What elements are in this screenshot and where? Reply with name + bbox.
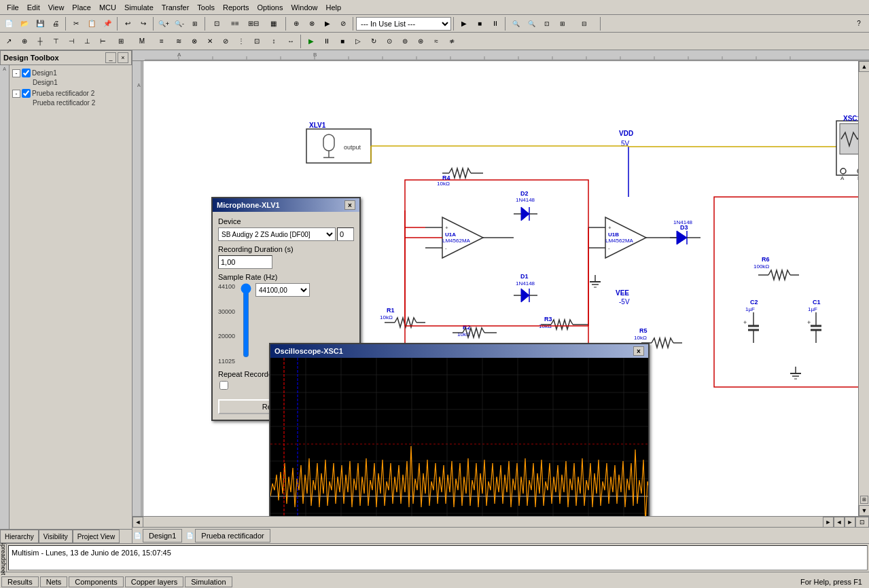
tool-btn1[interactable]: ⊞ [860,496,868,504]
menu-reports[interactable]: Reports [219,2,253,13]
zoom-percent[interactable]: 🔍 [508,16,523,31]
comp-btn7[interactable]: ⊢ [95,34,110,49]
dialog-close-button[interactable]: × [344,200,355,210]
tb-pause[interactable]: ⏸ [488,16,503,31]
horizontal-scrollbar[interactable]: ◄ ► ◄ ► ⊡ [132,516,869,527]
zoom-full[interactable]: ⊡ [539,16,554,31]
tree-item-design1-child[interactable]: Design1 [23,78,129,87]
sim-btn2[interactable]: ⊙ [382,34,397,49]
tab-project-view[interactable]: Project View [73,530,120,543]
expand-canvas-button[interactable]: ⊡ [855,517,869,528]
open-button[interactable]: 📂 [17,16,32,31]
results-tab[interactable]: Results [1,576,39,587]
tree-item-design1-root[interactable]: - Design1 [12,68,129,78]
menu-transfer[interactable]: Transfer [158,2,194,13]
save-button[interactable]: 💾 [33,16,48,31]
expand-prueba[interactable]: - [12,90,20,98]
expand-design1[interactable]: - [12,69,20,77]
comp-btn5[interactable]: ⊣ [64,34,79,49]
sim-tab-design1[interactable]: Design1 [143,529,182,543]
copper-layers-tab[interactable]: Copper layers [125,576,183,587]
zoom-region[interactable]: ⊞ [555,16,570,31]
undo-button[interactable]: ↩ [120,16,135,31]
comp-btn12[interactable]: ⊗ [187,34,202,49]
menu-edit[interactable]: Edit [23,2,44,13]
sim-btn4[interactable]: ⊛ [413,34,428,49]
tree-item-prueba-root[interactable]: - Prueba rectificador 2 [12,88,129,98]
vertical-scrollbar[interactable]: ▲ ⊞ ▼ [858,61,869,516]
tb-btn7[interactable]: ▶ [320,16,335,31]
tree-item-prueba-child[interactable]: Prueba rectificador 2 [23,98,129,107]
tb-play[interactable]: ▶ [457,16,472,31]
zoom-out-button[interactable]: 🔍- [172,16,187,31]
comp-btn3[interactable]: ┼ [33,34,48,49]
zoom-fit-button[interactable]: ⊞ [188,16,202,31]
in-use-dropdown[interactable]: --- In Use List --- [356,17,451,31]
nets-tab[interactable]: Nets [40,576,68,587]
sim-tab-prueba[interactable]: Prueba rectificador [195,529,270,543]
scroll-right-canvas-button[interactable]: ► [823,517,834,528]
menu-options[interactable]: Options [253,2,287,13]
components-tab[interactable]: Components [69,576,123,587]
copy-button[interactable]: 📋 [84,16,99,31]
sim-stop[interactable]: ■ [335,34,350,49]
oscope-close-button[interactable]: × [633,346,644,356]
tb-btn4[interactable]: ▦ [263,16,283,31]
comp-btn10[interactable]: ≡ [153,34,171,49]
comp-btn18[interactable]: ↔ [283,34,298,49]
tb-btn3[interactable]: ⊞⊟ [245,16,262,31]
cut-button[interactable]: ✂ [69,16,84,31]
comp-btn13[interactable]: ✕ [202,34,217,49]
sim-pause[interactable]: ⏸ [319,34,334,49]
schematic-canvas[interactable]: XLV1 output VDD 5V VEE -5V [143,61,858,516]
menu-mcu[interactable]: MCU [95,2,120,13]
comp-btn4[interactable]: ⊤ [48,34,63,49]
comp-btn11[interactable]: ≋ [171,34,186,49]
checkbox-prueba[interactable] [22,89,31,98]
tab-hierarchy[interactable]: Hierarchy [0,530,39,543]
sample-rate-select[interactable]: 44100,00 [255,283,310,297]
comp-btn9[interactable]: M [132,34,152,49]
repeat-checkbox[interactable] [219,381,228,390]
device-select[interactable]: SB Audigy 2 ZS Audio [DF00] [218,227,336,241]
comp-btn2[interactable]: ⊕ [17,34,32,49]
menu-simulate[interactable]: Simulate [120,2,158,13]
sim-btn1[interactable]: ↻ [366,34,381,49]
page-prev-button[interactable]: ◄ [834,517,845,528]
sim-btn5[interactable]: ≈ [429,34,444,49]
comp-btn1[interactable]: ↗ [1,34,16,49]
paste-button[interactable]: 📌 [100,16,115,31]
menu-file[interactable]: File [3,2,23,13]
tb-btn1[interactable]: ⊡ [208,16,226,31]
panel-close[interactable]: × [118,52,128,63]
sim-btn6[interactable]: ≉ [444,34,459,49]
zoom-sheet[interactable]: ⊟ [571,16,598,31]
sim-play[interactable]: ▶ [304,34,319,49]
menu-view[interactable]: View [44,2,69,13]
tb-btn8[interactable]: ⊘ [336,16,351,31]
simulation-tab[interactable]: Simulation [185,576,232,587]
sim-btn3[interactable]: ⊚ [397,34,412,49]
comp-btn17[interactable]: ↕ [265,34,283,49]
comp-btn6[interactable]: ⊥ [79,34,94,49]
scroll-left-canvas-button[interactable]: ◄ [132,517,143,528]
right-btn1[interactable]: ? [850,16,868,31]
comp-btn15[interactable]: ⋮ [234,34,249,49]
checkbox-design1[interactable] [22,69,31,77]
comp-btn16[interactable]: ⊡ [249,34,264,49]
redo-button[interactable]: ↪ [136,16,151,31]
menu-tools[interactable]: Tools [193,2,219,13]
device-index[interactable] [337,227,354,241]
comp-btn14[interactable]: ⊘ [218,34,233,49]
menu-window[interactable]: Window [287,2,321,13]
microphone-dialog-title[interactable]: Microphone-XLV1 × [213,198,359,212]
zoom-in-button[interactable]: 🔍+ [156,16,171,31]
recording-duration-input[interactable] [218,255,272,269]
comp-btn8[interactable]: ⊞ [111,34,131,49]
zoom-area[interactable]: 🔍 [524,16,539,31]
menu-place[interactable]: Place [68,2,95,13]
tb-btn6[interactable]: ⊗ [304,16,319,31]
sim-step[interactable]: ▷ [351,34,366,49]
new-button[interactable]: 📄 [1,16,16,31]
scroll-up-button[interactable]: ▲ [859,61,869,72]
